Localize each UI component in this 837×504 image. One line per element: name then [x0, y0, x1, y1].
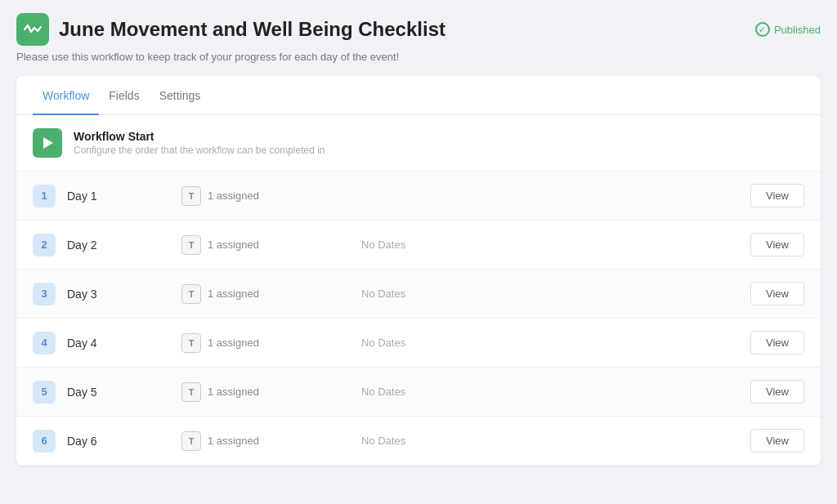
view-button[interactable]: View — [750, 233, 804, 256]
table-row: 5 Day 5 T 1 assigned No Dates View — [16, 368, 821, 417]
days-list: 1 Day 1 T 1 assigned View 2 Day 2 T 1 as… — [16, 172, 821, 466]
page-subtitle: Please use this workflow to keep track o… — [16, 51, 821, 63]
day-name: Day 6 — [67, 435, 116, 448]
header-left: June Movement and Well Being Checklist — [16, 13, 445, 46]
assigned-text: 1 assigned — [208, 435, 259, 447]
table-row: 2 Day 2 T 1 assigned No Dates View — [16, 221, 821, 270]
day-number-badge: 3 — [33, 283, 56, 306]
type-badge-icon: T — [181, 333, 201, 353]
workflow-start-desc: Configure the order that the workflow ca… — [74, 145, 325, 156]
page-wrapper: June Movement and Well Being Checklist ✓… — [0, 0, 837, 479]
published-check-icon: ✓ — [755, 22, 770, 37]
day-name: Day 1 — [67, 190, 116, 203]
day-name: Day 2 — [67, 239, 116, 252]
tab-bar: Workflow Fields Settings — [16, 76, 821, 115]
no-dates-text: No Dates — [361, 386, 750, 398]
day-number-badge: 2 — [33, 234, 56, 256]
day-number-badge: 4 — [33, 332, 56, 355]
day-name: Day 3 — [67, 288, 116, 301]
table-row: 6 Day 6 T 1 assigned No Dates View — [16, 417, 821, 466]
published-label: Published — [774, 24, 821, 36]
assigned-section: T 1 assigned — [181, 333, 312, 353]
assigned-text: 1 assigned — [208, 288, 259, 300]
assigned-section: T 1 assigned — [181, 382, 312, 402]
assigned-section: T 1 assigned — [181, 431, 312, 451]
workflow-start-row: Workflow Start Configure the order that … — [16, 115, 821, 172]
workflow-start-text: Workflow Start Configure the order that … — [74, 130, 325, 156]
main-card: Workflow Fields Settings Workflow Start … — [16, 76, 821, 466]
no-dates-text: No Dates — [361, 337, 750, 349]
view-button[interactable]: View — [750, 380, 804, 404]
assigned-section: T 1 assigned — [181, 186, 312, 206]
table-row: 4 Day 4 T 1 assigned No Dates View — [16, 319, 821, 368]
tab-settings[interactable]: Settings — [150, 76, 211, 115]
assigned-text: 1 assigned — [208, 386, 259, 398]
page-title: June Movement and Well Being Checklist — [59, 18, 445, 41]
view-button[interactable]: View — [750, 331, 804, 355]
assigned-text: 1 assigned — [208, 190, 259, 202]
type-badge-icon: T — [181, 431, 201, 451]
tab-fields[interactable]: Fields — [99, 76, 149, 115]
page-header: June Movement and Well Being Checklist ✓… — [16, 13, 821, 46]
no-dates-text: No Dates — [361, 288, 750, 300]
assigned-section: T 1 assigned — [181, 284, 312, 304]
workflow-start-title: Workflow Start — [74, 130, 325, 143]
view-button[interactable]: View — [750, 282, 804, 306]
svg-marker-0 — [43, 137, 53, 149]
assigned-text: 1 assigned — [208, 239, 259, 251]
type-badge-icon: T — [181, 235, 201, 255]
assigned-section: T 1 assigned — [181, 235, 312, 255]
table-row: 1 Day 1 T 1 assigned View — [16, 172, 821, 221]
day-name: Day 4 — [67, 337, 116, 350]
play-icon — [33, 128, 62, 158]
assigned-text: 1 assigned — [208, 337, 259, 349]
view-button[interactable]: View — [750, 429, 804, 453]
no-dates-text: No Dates — [361, 239, 750, 251]
table-row: 3 Day 3 T 1 assigned No Dates View — [16, 270, 821, 319]
day-number-badge: 6 — [33, 430, 56, 453]
view-button[interactable]: View — [750, 184, 804, 207]
type-badge-icon: T — [181, 284, 201, 304]
tab-workflow[interactable]: Workflow — [33, 76, 99, 115]
app-logo — [16, 13, 49, 46]
type-badge-icon: T — [181, 186, 201, 206]
day-number-badge: 1 — [33, 185, 56, 207]
no-dates-text: No Dates — [361, 435, 750, 447]
type-badge-icon: T — [181, 382, 201, 402]
published-badge: ✓ Published — [755, 22, 821, 37]
day-name: Day 5 — [67, 386, 116, 399]
day-number-badge: 5 — [33, 381, 56, 404]
